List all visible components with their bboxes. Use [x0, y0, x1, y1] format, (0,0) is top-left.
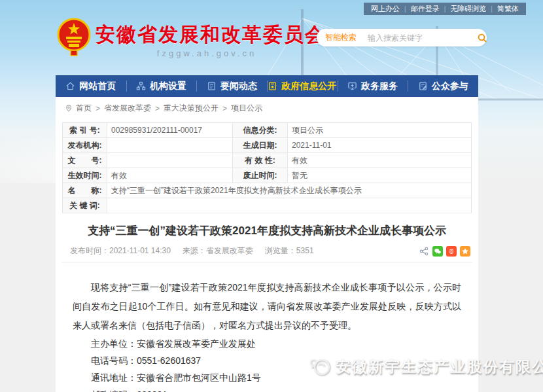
info-label: 文 号: — [63, 153, 107, 168]
info-label: 信息分类: — [233, 123, 288, 138]
search-icon — [477, 33, 487, 43]
breadcrumb: 首页 > 省发展改革委 > 重大决策预公开 > 项目公示 — [62, 97, 472, 114]
star-icon — [461, 247, 469, 255]
nav-item-gov-info-disclosure[interactable]: 政府信息公开 — [267, 75, 338, 97]
weibo-share-button[interactable] — [446, 246, 457, 257]
topbar-link-accessibility[interactable]: 无障碍浏览 — [450, 4, 486, 14]
info-label: 关 键 词: — [63, 198, 107, 213]
info-label: 生成日期: — [233, 138, 288, 153]
info-label: 发布机构: — [63, 138, 107, 153]
info-label: 废止时间: — [233, 168, 288, 183]
topbar-link-online-office[interactable]: 网上办公 — [371, 4, 400, 14]
info-value-index-number: 002985931/202111-00017 — [107, 123, 233, 138]
article-meta: 发布时间：2021-11-01 14:30 来源：省发展改革委 浏览量：5351 — [62, 245, 472, 257]
org-icon — [136, 81, 146, 91]
weibo-icon — [447, 247, 455, 255]
view-count: 浏览量：5351 — [265, 245, 314, 257]
breadcrumb-separator: > — [155, 104, 160, 113]
participation-icon — [418, 81, 428, 91]
nav-item-public-participation[interactable]: 公众参与 — [408, 75, 478, 97]
topbar: 网上办公| 邮件登录| 无障碍浏览| 简繁体 — [364, 3, 526, 15]
site-url: fzggw.ah.gov.cn — [96, 48, 318, 58]
topbar-separator: | — [444, 5, 446, 12]
topbar-separator: | — [491, 5, 493, 12]
topbar-link-simplified-traditional[interactable]: 简繁体 — [497, 4, 519, 14]
news-icon — [207, 81, 217, 91]
info-value-keywords — [107, 198, 472, 213]
share-toolbar — [419, 246, 470, 257]
info-value-validity: 有效 — [288, 153, 472, 168]
article-paragraph: 现将支持“三重一创”建设若干政策2021年度拟支持高新技术企业成长事项予以公示，… — [73, 278, 461, 335]
info-value-publisher — [107, 138, 233, 153]
nav-item-news[interactable]: 要闻动态 — [196, 75, 267, 97]
wechat-share-button[interactable] — [432, 246, 443, 257]
info-disclosure-icon — [268, 81, 277, 91]
breadcrumb-separator: > — [222, 104, 227, 113]
share-button[interactable] — [419, 246, 429, 257]
info-label: 索 引 号: — [63, 123, 107, 138]
location-pin-icon — [65, 104, 73, 113]
info-value-effective-time: 有效 — [107, 168, 233, 183]
home-icon — [65, 81, 75, 91]
article-body: 现将支持“三重一创”建设若干政策2021年度拟支持高新技术企业成长事项予以公示，… — [73, 278, 461, 392]
info-label: 名 称: — [63, 183, 107, 198]
divider — [62, 262, 472, 262]
contact-phone: 电话号码：0551-62601637 — [73, 352, 461, 369]
document-info-table: 索 引 号: 002985931/202111-00017 信息分类: 项目公示… — [62, 122, 472, 213]
nav-label: 公众参与 — [432, 80, 468, 92]
share-icon — [419, 247, 429, 256]
info-value-doc-number — [107, 153, 233, 168]
breadcrumb-category[interactable]: 重大决策预公开 — [164, 103, 219, 114]
national-emblem-logo — [56, 17, 92, 58]
topbar-link-mail-login[interactable]: 邮件登录 — [411, 4, 440, 14]
page: 网上办公| 邮件登录| 无障碍浏览| 简繁体 安徽省发展和改革委员会 fzggw… — [0, 0, 543, 392]
nav-label: 要闻动态 — [220, 80, 257, 92]
contact-host-unit: 主办单位：安徽省发展改革委产业发展处 — [73, 335, 461, 352]
wechat-icon — [434, 247, 442, 255]
table-row: 关 键 词: — [63, 198, 472, 213]
info-label: 有 效 性: — [233, 153, 288, 168]
main-nav: 网站首页 机构设置 要闻动态 政府信息公开 政务服务 公众参与 — [56, 75, 478, 97]
search-bar: 智能检索 — [317, 29, 487, 46]
nav-item-home[interactable]: 网站首页 — [56, 75, 126, 97]
article-source: 来源：省发展改革委 — [183, 245, 253, 257]
nav-label: 政务服务 — [361, 80, 398, 92]
nav-item-organization[interactable]: 机构设置 — [126, 75, 197, 97]
info-value-repeal-time: 暂无 — [288, 168, 472, 183]
breadcrumb-department[interactable]: 省发展改革委 — [104, 103, 151, 114]
info-value-date: 2021-11-01 — [288, 138, 472, 153]
site-title: 安徽省发展和改革委员会 — [96, 22, 326, 48]
nav-label: 机构设置 — [150, 80, 186, 92]
breadcrumb-home[interactable]: 首页 — [76, 103, 92, 114]
main-content: 首页 > 省发展改革委 > 重大决策预公开 > 项目公示 索 引 号: 0029… — [56, 97, 478, 392]
info-value-category: 项目公示 — [288, 123, 472, 138]
table-row: 索 引 号: 002985931/202111-00017 信息分类: 项目公示 — [63, 123, 472, 138]
service-icon — [347, 81, 357, 91]
table-row: 发布机构: 生成日期: 2021-11-01 — [63, 138, 472, 153]
article-title: 支持“三重一创”建设若干政策2021年度拟支持高新技术企业成长事项公示 — [62, 223, 472, 238]
breadcrumb-separator: > — [96, 104, 100, 113]
nav-item-gov-services[interactable]: 政务服务 — [338, 75, 408, 97]
table-row: 生效时间: 有效 废止时间: 暂无 — [63, 168, 472, 183]
contact-postcode: 邮政编码：230091 — [73, 386, 461, 392]
info-value-name: 支持“三重一创”建设若干政策2021年度拟支持高新技术企业成长事项公示 — [107, 183, 472, 198]
table-row: 名 称: 支持“三重一创”建设若干政策2021年度拟支持高新技术企业成长事项公示 — [63, 183, 472, 198]
contact-address: 通讯地址：安徽省合肥市包河区中山路1号 — [73, 369, 461, 386]
nav-label: 网站首页 — [79, 80, 116, 92]
smart-search-toggle[interactable]: 智能检索 — [317, 32, 362, 43]
topbar-separator: | — [404, 5, 406, 12]
publish-time: 发布时间：2021-11-01 14:30 — [70, 245, 171, 257]
info-label: 生效时间: — [63, 168, 107, 183]
search-button[interactable] — [474, 33, 495, 43]
favorite-button[interactable] — [460, 246, 470, 257]
breadcrumb-current: 项目公示 — [231, 103, 262, 114]
nav-label: 政府信息公开 — [281, 80, 336, 92]
search-input[interactable] — [362, 33, 474, 43]
table-row: 文 号: 有 效 性: 有效 — [63, 153, 472, 168]
